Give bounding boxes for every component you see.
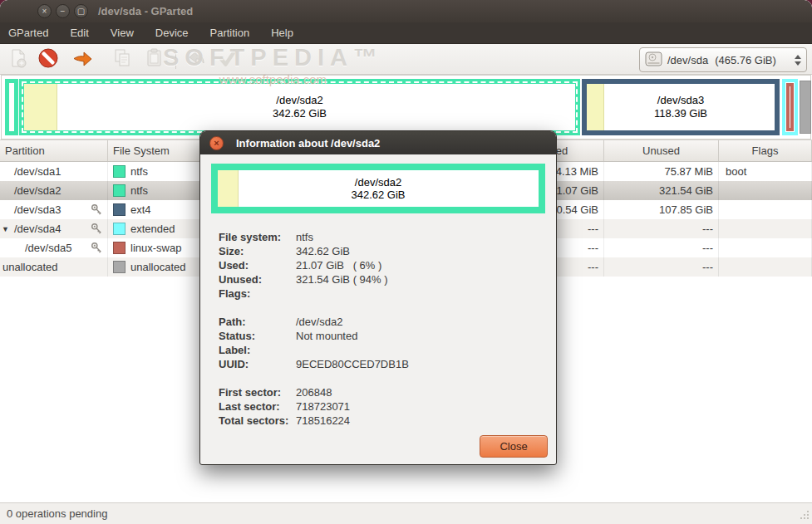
apply-check-icon <box>217 47 239 72</box>
field-value: 9ECED80CCED7DB1B <box>296 358 556 370</box>
fs-label: ntfs <box>130 184 148 197</box>
fs-label: extended <box>130 223 175 235</box>
field-label: Size: <box>219 245 296 257</box>
apply-button[interactable] <box>216 48 239 71</box>
dialog-title-bar: × Information about /dev/sda2 <box>200 131 556 154</box>
diskmap-sda2-selected[interactable]: /dev/sda2 342.62 GiB <box>19 79 580 135</box>
column-header-partition: Partition <box>0 140 108 161</box>
dialog-title: Information about /dev/sda2 <box>236 137 380 149</box>
toolbar-separator <box>175 51 176 69</box>
field-value: 321.54 GiB ( 94% ) <box>296 273 556 286</box>
minimize-icon[interactable]: − <box>56 4 70 18</box>
diskmap-sda2-name: /dev/sda2 <box>276 94 322 107</box>
field-label: Used: <box>219 259 296 272</box>
field-value: /dev/sda2 <box>296 316 556 328</box>
field-value: ntfs <box>296 231 556 243</box>
diskmap-sda2-size: 342.62 GiB <box>273 107 327 120</box>
field-value: 342.62 GiB <box>296 245 556 257</box>
device-size: (465.76 GiB) <box>715 54 776 66</box>
unused-cell: 107.85 GiB <box>604 200 719 219</box>
column-header-file-system: File System <box>108 140 202 161</box>
unused-cell: 321.54 GiB <box>604 181 719 200</box>
field-label: Total sectors: <box>219 414 296 427</box>
close-button[interactable]: Close <box>480 435 548 458</box>
partition-name: /dev/sda5 <box>25 242 71 254</box>
fs-color-swatch <box>113 223 125 235</box>
dialog-graphic-size: 342.62 GiB <box>351 189 405 201</box>
new-partition-button[interactable] <box>7 48 30 71</box>
unused-cell: --- <box>604 219 719 238</box>
field-value: Not mounted <box>296 330 556 342</box>
menu-bar: GParted Edit View Device Partition Help <box>0 22 812 44</box>
diskmap-sda5-swap[interactable] <box>786 83 794 131</box>
partition-name: /dev/sda1 <box>14 165 61 178</box>
dialog-fields: File system:ntfs Size:342.62 GiB Used:21… <box>219 230 556 428</box>
field-label: Unused: <box>219 273 296 286</box>
fs-label: linux-swap <box>130 242 181 254</box>
field-value: 206848 <box>296 386 556 399</box>
field-label: File system: <box>219 231 296 243</box>
menu-help[interactable]: Help <box>260 22 304 43</box>
device-path: /dev/sda <box>667 54 708 66</box>
flags-cell: boot <box>719 162 812 181</box>
fs-color-swatch <box>113 261 125 273</box>
field-label: Last sector: <box>219 400 296 413</box>
partition-name: /dev/sda3 <box>14 203 61 216</box>
expander-icon[interactable]: ▼ <box>2 225 9 233</box>
close-icon[interactable]: × <box>37 4 52 18</box>
fs-color-swatch <box>113 203 125 216</box>
copy-icon <box>112 47 134 72</box>
diskmap-unallocated[interactable] <box>800 81 811 134</box>
field-label: Path: <box>219 316 296 328</box>
status-bar: 0 operations pending <box>0 502 812 524</box>
undo-arrow-icon <box>185 47 207 72</box>
dialog-graphic-name: /dev/sda2 <box>355 176 401 189</box>
diskmap-sda3-name: /dev/sda3 <box>657 94 704 107</box>
field-label: Flags: <box>219 287 296 300</box>
field-value: 718516224 <box>296 414 556 427</box>
menu-device[interactable]: Device <box>145 22 199 43</box>
unused-cell: --- <box>604 238 719 257</box>
copy-button[interactable] <box>111 48 135 71</box>
resize-grip-icon[interactable] <box>800 509 810 522</box>
field-label: First sector: <box>219 386 296 399</box>
fs-label: ntfs <box>130 165 148 178</box>
fs-label: ext4 <box>130 203 151 216</box>
combo-spinner-icon[interactable] <box>795 55 801 66</box>
menu-partition[interactable]: Partition <box>199 22 261 43</box>
flags-cell <box>719 219 812 238</box>
paste-button[interactable] <box>143 48 166 71</box>
dialog-partition-graphic: /dev/sda2 342.62 GiB <box>211 164 545 213</box>
field-label: UUID: <box>219 358 296 370</box>
unused-cell: --- <box>604 257 719 277</box>
diskmap-sda1[interactable] <box>5 79 18 135</box>
fs-color-swatch <box>113 165 125 178</box>
flags-cell <box>719 257 812 277</box>
partition-name: /dev/sda2 <box>14 184 61 197</box>
field-label: Label: <box>219 344 296 356</box>
window-title: /dev/sda - GParted <box>98 5 193 17</box>
device-selector[interactable]: /dev/sda (465.76 GiB) <box>639 47 807 72</box>
maximize-icon[interactable]: ▢ <box>74 4 88 18</box>
unused-cell: 75.87 MiB <box>604 162 719 181</box>
delete-partition-button[interactable] <box>37 48 60 71</box>
diskmap-sda3[interactable]: /dev/sda3 118.39 GiB <box>582 79 780 135</box>
diskmap-sda4-extended[interactable] <box>782 79 798 135</box>
menu-view[interactable]: View <box>100 22 145 43</box>
toolbar: /dev/sda (465.76 GiB) <box>0 44 812 75</box>
menu-gparted[interactable]: GParted <box>0 22 59 43</box>
flags-cell <box>719 181 812 200</box>
menu-edit[interactable]: Edit <box>59 22 99 43</box>
gparted-window: × − ▢ /dev/sda - GParted GParted Edit Vi… <box>0 0 812 524</box>
resize-move-button[interactable] <box>71 48 95 71</box>
partition-name: /dev/sda4 <box>14 223 61 235</box>
column-header-unused: Unused <box>604 140 719 161</box>
undo-button[interactable] <box>185 48 208 71</box>
dialog-close-icon[interactable]: × <box>209 136 224 150</box>
field-value: 21.07 GiB ( 6% ) <box>296 259 556 272</box>
diskmap-sda3-size: 118.39 GiB <box>654 107 707 120</box>
column-header-flags: Flags <box>719 140 812 161</box>
fs-color-swatch <box>113 242 125 254</box>
hard-disk-icon <box>645 51 663 70</box>
flags-cell <box>719 200 812 219</box>
